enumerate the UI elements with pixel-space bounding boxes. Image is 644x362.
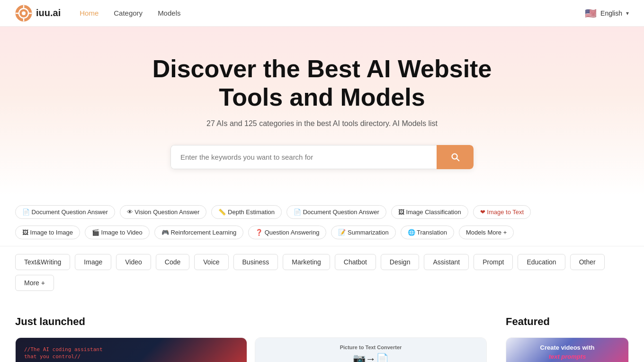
model-tags-row-2: 🖼 Image to Image 🎬 Image to Video 🎮 Rein…	[15, 226, 629, 246]
cat-voice[interactable]: Voice	[194, 254, 228, 270]
tag-document-qa-1[interactable]: 📄 Document Question Answer	[15, 205, 115, 219]
tag-summarization[interactable]: 📝 Summarization	[331, 226, 395, 239]
model-tags-row: 📄 Document Question Answer 👁 Vision Ques…	[15, 205, 629, 226]
featured-title: Featured	[506, 316, 629, 328]
navbar: iuu.ai Home Category Models 🇺🇸 English ▾	[0, 0, 644, 27]
search-bar	[170, 145, 474, 169]
sections-wrapper: Just launched //The AI coding assistant …	[15, 316, 629, 362]
card-code-assistant-image: //The AI coding assistant that you contr…	[16, 338, 247, 362]
logo-text: iuu.ai	[36, 8, 61, 18]
chevron-down-icon: ▾	[626, 10, 629, 17]
logo[interactable]: iuu.ai	[15, 5, 61, 22]
featured-section: Featured Create videos with text prompts…	[506, 316, 629, 362]
tag-question-answering[interactable]: ❓ Question Answering	[248, 226, 326, 239]
card-picture-to-text[interactable]: Picture to Text Converter 📷→📄 How to Con…	[255, 337, 487, 362]
search-icon	[450, 152, 460, 162]
cat-other[interactable]: Other	[570, 254, 605, 270]
featured-cards-list: Create videos with text prompts Generate…	[506, 337, 629, 362]
cat-more[interactable]: More +	[15, 275, 54, 291]
just-launched-section: Just launched //The AI coding assistant …	[15, 316, 487, 362]
tag-image-to-video[interactable]: 🎬 Image to Video	[85, 226, 150, 239]
hero-subtitle: 27 AIs and 125 categories in the best AI…	[15, 119, 629, 128]
nav-home[interactable]: Home	[80, 9, 98, 17]
search-button[interactable]	[437, 145, 474, 169]
cat-prompt[interactable]: Prompt	[474, 254, 513, 270]
nav-models[interactable]: Models	[158, 9, 180, 17]
tag-document-qa-2[interactable]: 📄 Document Question Answer	[286, 205, 386, 219]
categories-row: Text&Writing Image Video Code Voice Busi…	[15, 254, 629, 299]
categories-section: Text&Writing Image Video Code Voice Busi…	[0, 246, 644, 299]
cat-image[interactable]: Image	[75, 254, 111, 270]
card-code-assistant[interactable]: //The AI coding assistant that you contr…	[15, 337, 247, 362]
svg-point-2	[22, 11, 26, 15]
cat-design[interactable]: Design	[381, 254, 420, 270]
tag-depth-estimation[interactable]: 📏 Depth Estimation	[211, 205, 282, 219]
language-selector[interactable]: 🇺🇸 English ▾	[585, 8, 629, 19]
flag-icon: 🇺🇸	[585, 8, 597, 19]
main-content: Just launched //The AI coding assistant …	[0, 299, 644, 362]
hero-section: Discover the Best AI Website Tools and M…	[0, 27, 644, 196]
cat-assistant[interactable]: Assistant	[424, 254, 469, 270]
tag-vision-qa[interactable]: 👁 Vision Question Answer	[120, 205, 207, 219]
featured-card-1-image: Create videos with text prompts Generate…	[506, 338, 628, 362]
language-label: English	[600, 9, 622, 17]
model-tags-section: 📄 Document Question Answer 👁 Vision Ques…	[0, 196, 644, 246]
cat-marketing[interactable]: Marketing	[283, 254, 330, 270]
hero-title: Discover the Best AI Website Tools and M…	[118, 55, 526, 112]
tag-image-classification[interactable]: 🖼 Image Classification	[391, 205, 468, 219]
cat-text-writing[interactable]: Text&Writing	[15, 254, 70, 270]
cat-business[interactable]: Business	[233, 254, 278, 270]
tag-image-to-image[interactable]: 🖼 Image to Image	[15, 226, 80, 239]
cat-code[interactable]: Code	[156, 254, 189, 270]
tag-image-to-text[interactable]: ❤ Image to Text	[473, 205, 531, 219]
nav-category[interactable]: Category	[114, 9, 143, 17]
cat-chatbot[interactable]: Chatbot	[335, 254, 376, 270]
featured-card-1[interactable]: Create videos with text prompts Generate…	[506, 337, 629, 362]
search-input[interactable]	[170, 145, 437, 169]
tag-translation[interactable]: 🌐 Translation	[401, 226, 454, 239]
card-picture-to-text-image: Picture to Text Converter 📷→📄 How to Con…	[255, 338, 486, 362]
cat-video[interactable]: Video	[116, 254, 151, 270]
just-launched-title: Just launched	[15, 316, 487, 328]
tag-reinforcement-learning[interactable]: 🎮 Reinforcement Learning	[154, 226, 243, 239]
just-launched-cards: //The AI coding assistant that you contr…	[15, 337, 487, 362]
cat-education[interactable]: Education	[518, 254, 565, 270]
nav-links: Home Category Models	[80, 9, 585, 17]
tag-models-more[interactable]: Models More +	[459, 226, 514, 239]
logo-icon	[15, 5, 32, 22]
